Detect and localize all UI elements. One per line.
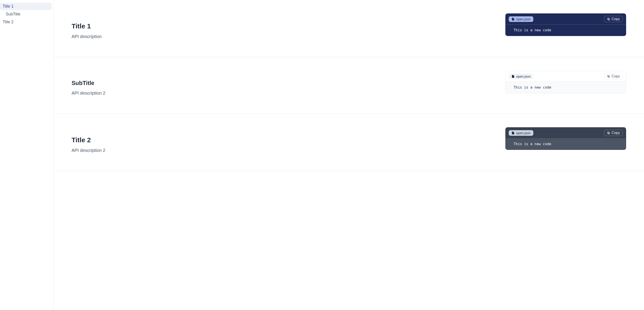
section-description: API description 2: [72, 148, 496, 153]
code-block: open.json Copy This is a new code: [505, 71, 626, 93]
section-title: Title 1: [72, 22, 496, 30]
copy-label: Copy: [612, 74, 620, 78]
sidebar: Title 1 SubTitle Title 2: [0, 0, 54, 310]
sidebar-item-label: SubTitle: [6, 12, 20, 16]
filename-label: open.json: [516, 17, 531, 21]
file-icon: [512, 131, 515, 135]
copy-label: Copy: [612, 17, 620, 21]
copy-button[interactable]: Copy: [604, 16, 623, 22]
copy-icon: [607, 18, 610, 21]
section-code: open.json Copy This is a new code: [505, 71, 626, 96]
file-icon: [512, 75, 515, 78]
section-code: open.json Copy This is a new code: [505, 14, 626, 39]
code-header: open.json Copy: [506, 14, 626, 24]
section-text: Title 2 API description 2: [72, 127, 496, 153]
filename-label: open.json: [516, 74, 531, 78]
code-content: This is a new code: [506, 24, 626, 36]
filename-chip: open.json: [509, 130, 533, 136]
sidebar-item-subtitle[interactable]: SubTitle: [0, 10, 52, 18]
code-header: open.json Copy: [506, 71, 626, 82]
sidebar-item-label: Title 2: [3, 20, 14, 24]
section-code: open.json Copy This is a new code: [505, 127, 626, 153]
copy-button[interactable]: Copy: [604, 130, 623, 136]
main-content: Title 1 API description open.json Copy T…: [54, 0, 644, 310]
filename-label: open.json: [516, 131, 531, 135]
api-section: Title 2 API description 2 open.json Copy…: [54, 114, 644, 171]
section-description: API description: [72, 34, 496, 39]
section-text: SubTitle API description 2: [72, 71, 496, 96]
sidebar-item-title-2[interactable]: Title 2: [0, 18, 52, 26]
section-text: Title 1 API description: [72, 14, 496, 39]
section-description: API description 2: [72, 90, 496, 96]
filename-chip: open.json: [509, 74, 533, 79]
code-header: open.json Copy: [506, 128, 626, 138]
copy-icon: [607, 131, 610, 135]
code-block: open.json Copy This is a new code: [505, 127, 626, 150]
sidebar-item-title-1[interactable]: Title 1: [0, 3, 52, 10]
api-section: SubTitle API description 2 open.json Cop…: [54, 57, 644, 114]
code-content: This is a new code: [506, 82, 626, 93]
section-title: Title 2: [72, 136, 496, 144]
copy-button[interactable]: Copy: [604, 73, 623, 80]
code-content: This is a new code: [506, 138, 626, 150]
filename-chip: open.json: [509, 16, 533, 22]
copy-icon: [607, 75, 610, 78]
file-icon: [512, 18, 515, 21]
code-block: open.json Copy This is a new code: [505, 14, 626, 36]
api-section: Title 1 API description open.json Copy T…: [54, 0, 644, 57]
copy-label: Copy: [612, 131, 620, 135]
section-title: SubTitle: [72, 80, 496, 86]
sidebar-item-label: Title 1: [3, 4, 14, 8]
